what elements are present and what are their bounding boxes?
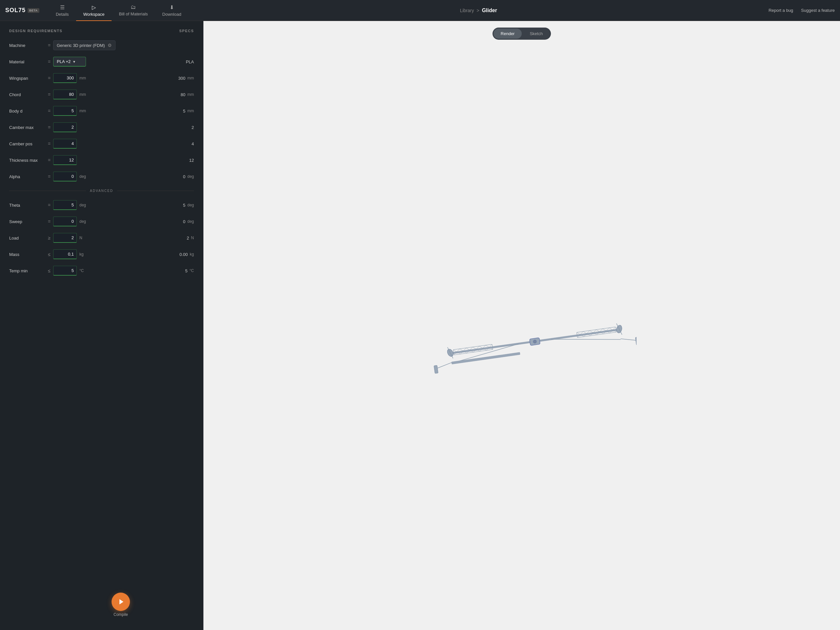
- theta-label: Theta: [9, 203, 45, 208]
- sketch-toggle[interactable]: Sketch: [523, 28, 550, 39]
- mass-specs-unit: kg: [189, 252, 194, 257]
- alpha-specs-val: 0: [175, 174, 185, 179]
- nav-tabs: ☰ Details ▷ Workspace 🗂 Bill of Material…: [49, 0, 189, 21]
- temp-min-specs: 5 °C: [178, 268, 194, 273]
- camber-pos-input[interactable]: [53, 139, 77, 148]
- thickness-max-eq: =: [45, 158, 53, 163]
- wingspan-row: Wingspan = mm 300 mm: [9, 72, 194, 84]
- sweep-specs-val: 0: [175, 219, 185, 224]
- camber-pos-eq: =: [45, 141, 53, 146]
- tab-workspace[interactable]: ▷ Workspace: [76, 0, 112, 21]
- body-d-input[interactable]: [53, 106, 77, 116]
- chord-specs-val: 80: [175, 92, 185, 97]
- wingspan-eq: =: [45, 76, 53, 81]
- breadcrumb-library[interactable]: Library: [460, 8, 474, 13]
- wingspan-input[interactable]: [53, 73, 77, 83]
- mass-input[interactable]: [53, 249, 77, 259]
- design-requirements-label: DESIGN REQUIREMENTS: [9, 29, 62, 33]
- temp-min-label: Temp min: [9, 268, 45, 273]
- theta-input[interactable]: [53, 200, 77, 210]
- report-bug-link[interactable]: Report a bug: [769, 8, 793, 13]
- view-toggle: Render Sketch: [493, 28, 551, 40]
- workspace-icon: ▷: [92, 4, 96, 11]
- compile-button-wrap: Compile: [112, 592, 130, 617]
- tab-download[interactable]: ⬇ Download: [155, 0, 189, 21]
- chevron-down-icon: ▾: [73, 59, 75, 64]
- chord-unit: mm: [79, 92, 86, 97]
- alpha-row: Alpha = deg 0 deg: [9, 171, 194, 182]
- temp-min-eq: ≤: [45, 268, 53, 273]
- theta-eq: =: [45, 202, 53, 208]
- thickness-max-input[interactable]: [53, 155, 77, 165]
- mass-label: Mass: [9, 252, 45, 257]
- breadcrumb-separator: >: [477, 8, 479, 13]
- alpha-input[interactable]: [53, 172, 77, 182]
- camber-pos-specs-val: 4: [184, 141, 194, 146]
- sweep-unit: deg: [79, 219, 86, 224]
- mass-specs-val: 0.00: [178, 252, 188, 257]
- compile-button[interactable]: [112, 592, 130, 611]
- camber-max-label: Camber max: [9, 125, 45, 130]
- specs-label: SPECS: [179, 29, 194, 33]
- thickness-max-specs-val: 12: [184, 158, 194, 163]
- machine-select[interactable]: Generic 3D printer (FDM) ⚙: [53, 40, 115, 50]
- alpha-unit: deg: [79, 174, 86, 179]
- render-toggle[interactable]: Render: [494, 28, 522, 39]
- model-view: [204, 40, 840, 630]
- svg-line-37: [436, 362, 452, 368]
- camber-pos-label: Camber pos: [9, 141, 45, 146]
- load-label: Load: [9, 235, 45, 240]
- thickness-max-row: Thickness max = 12: [9, 154, 194, 166]
- temp-min-input[interactable]: [53, 266, 77, 276]
- wingspan-specs-val: 300: [175, 76, 185, 81]
- theta-unit: deg: [79, 203, 86, 207]
- camber-max-input[interactable]: [53, 122, 77, 132]
- chord-specs-unit: mm: [187, 92, 194, 97]
- machine-row: Machine = Generic 3D printer (FDM) ⚙: [9, 39, 194, 51]
- body-d-unit: mm: [79, 109, 86, 113]
- temp-min-specs-unit: °C: [189, 268, 194, 273]
- body-d-row: Body d = mm 5 mm: [9, 105, 194, 117]
- compile-label: Compile: [114, 612, 128, 617]
- mass-eq: ≤: [45, 252, 53, 257]
- tab-download-label: Download: [163, 12, 182, 17]
- tab-details[interactable]: ☰ Details: [49, 0, 76, 21]
- main-content: DESIGN REQUIREMENTS SPECS Machine = Gene…: [0, 21, 840, 630]
- chord-input[interactable]: [53, 90, 77, 99]
- svg-marker-41: [120, 599, 123, 605]
- wingspan-label: Wingspan: [9, 76, 45, 81]
- chord-specs: 80 mm: [175, 92, 194, 97]
- load-specs-val: 2: [179, 235, 189, 240]
- tab-workspace-label: Workspace: [83, 12, 105, 17]
- camber-max-eq: =: [45, 125, 53, 130]
- body-d-eq: =: [45, 108, 53, 114]
- divider-line-right: [117, 191, 194, 191]
- body-d-specs-val: 5: [175, 109, 185, 114]
- play-icon: [117, 598, 125, 606]
- chord-label: Chord: [9, 92, 45, 97]
- suggest-feature-link[interactable]: Suggest a feature: [801, 8, 835, 13]
- wingspan-unit: mm: [79, 76, 86, 81]
- design-section-header: DESIGN REQUIREMENTS SPECS: [9, 29, 194, 33]
- mass-row: Mass ≤ kg 0.00 kg: [9, 248, 194, 260]
- load-unit: N: [79, 235, 82, 240]
- temp-min-row: Temp min ≤ °C 5 °C: [9, 265, 194, 276]
- sweep-input[interactable]: [53, 216, 77, 226]
- svg-rect-38: [434, 365, 438, 373]
- machine-eq: =: [45, 43, 53, 48]
- svg-line-35: [621, 336, 636, 343]
- sweep-label: Sweep: [9, 219, 45, 224]
- breadcrumb-current: Glider: [482, 8, 497, 13]
- load-input[interactable]: [53, 233, 77, 243]
- theta-specs-unit: deg: [187, 203, 194, 207]
- mass-unit: kg: [79, 252, 84, 257]
- material-select[interactable]: PLA +2 ▾: [53, 57, 86, 66]
- tab-bom[interactable]: 🗂 Bill of Materials: [112, 0, 155, 21]
- camber-max-specs-val: 2: [184, 125, 194, 130]
- bom-icon: 🗂: [131, 4, 136, 10]
- divider-line-left: [9, 191, 86, 191]
- machine-label: Machine: [9, 43, 45, 48]
- thickness-max-specs: 12: [184, 158, 194, 163]
- beta-badge: BETA: [28, 8, 39, 13]
- gear-icon[interactable]: ⚙: [107, 43, 112, 48]
